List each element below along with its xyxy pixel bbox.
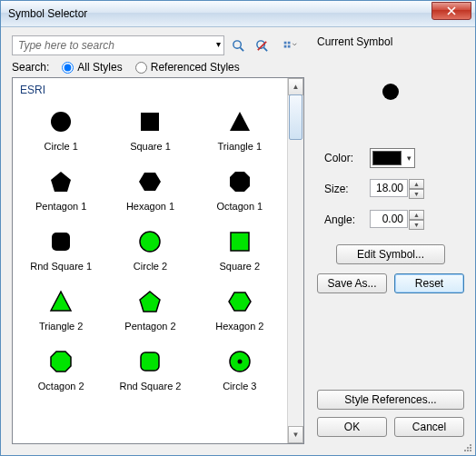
view-mode-button[interactable] <box>275 35 304 55</box>
save-as-button[interactable]: Save As... <box>317 273 387 293</box>
symbol-shape <box>132 286 168 317</box>
symbol-item[interactable]: Circle 2 <box>107 222 193 276</box>
svg-marker-11 <box>230 112 250 131</box>
svg-rect-30 <box>467 447 469 449</box>
symbol-item[interactable]: Circle 1 <box>18 102 104 156</box>
symbol-label: Circle 2 <box>134 261 167 272</box>
symbol-item[interactable]: Hexagon 2 <box>197 282 283 336</box>
symbol-list-frame: ESRI Circle 1Square 1Triangle 1Pentagon … <box>12 77 304 444</box>
search-scope-row: Search: All Styles Referenced Styles <box>12 61 304 74</box>
svg-rect-17 <box>231 233 249 251</box>
symbol-label: Rnd Square 1 <box>30 261 92 272</box>
svg-point-25 <box>382 84 399 100</box>
svg-rect-7 <box>287 41 290 44</box>
scroll-down-icon[interactable]: ▼ <box>288 426 303 443</box>
symbol-label: Octagon 2 <box>38 381 84 392</box>
left-panel: ▾ Search: All Styles Referenced Styles <box>12 35 304 444</box>
symbol-shape <box>222 106 258 137</box>
symbol-item[interactable]: Hexagon 1 <box>107 162 193 216</box>
symbol-shape <box>43 106 79 137</box>
close-button[interactable] <box>431 2 471 20</box>
radio-ref-input[interactable] <box>135 62 147 74</box>
symbol-item[interactable]: Triangle 1 <box>197 102 283 156</box>
symbol-item[interactable]: Pentagon 1 <box>18 162 104 216</box>
svg-rect-29 <box>464 450 466 451</box>
angle-input[interactable] <box>370 210 408 228</box>
ok-button[interactable]: OK <box>317 417 387 437</box>
search-dropdown-icon[interactable]: ▾ <box>216 39 221 49</box>
svg-point-0 <box>233 40 240 47</box>
size-down-icon[interactable]: ▼ <box>409 189 424 199</box>
symbol-label: Pentagon 2 <box>124 321 175 332</box>
size-up-icon[interactable]: ▲ <box>409 179 424 189</box>
angle-down-icon[interactable]: ▼ <box>409 220 424 230</box>
symbol-shape <box>43 286 79 317</box>
symbol-item[interactable]: Circle 3 <box>197 342 283 396</box>
right-panel: Current Symbol Color: ▾ Size: ▲▼ Angle: … <box>317 35 464 444</box>
search-icon[interactable] <box>228 35 248 55</box>
scroll-up-icon[interactable]: ▲ <box>288 78 303 95</box>
radio-referenced-styles[interactable]: Referenced Styles <box>135 61 240 74</box>
bottom-buttons: Style References... OK Cancel <box>317 390 464 444</box>
clear-search-icon[interactable] <box>252 35 272 55</box>
svg-rect-5 <box>283 41 286 44</box>
symbol-shape <box>43 166 79 197</box>
svg-line-3 <box>263 47 267 51</box>
svg-rect-26 <box>470 450 471 451</box>
svg-marker-14 <box>230 172 250 192</box>
svg-rect-31 <box>470 444 471 446</box>
search-input[interactable] <box>12 35 224 55</box>
color-label: Color: <box>324 152 370 164</box>
reset-button[interactable]: Reset <box>394 273 464 293</box>
symbol-item[interactable]: Triangle 2 <box>18 282 104 336</box>
symbol-label: Pentagon 1 <box>35 201 86 212</box>
symbol-item[interactable]: Octagon 1 <box>197 162 283 216</box>
size-input[interactable] <box>370 179 408 197</box>
symbol-shape <box>132 106 168 137</box>
color-picker[interactable]: ▾ <box>370 148 415 168</box>
edit-symbol-button[interactable]: Edit Symbol... <box>336 244 445 264</box>
radio-all-styles[interactable]: All Styles <box>62 61 122 74</box>
scrollbar[interactable]: ▲ ▼ <box>287 78 303 443</box>
size-label: Size: <box>324 183 370 195</box>
symbol-item[interactable]: Square 2 <box>197 222 283 276</box>
color-swatch <box>372 151 402 165</box>
svg-marker-21 <box>51 352 71 372</box>
svg-rect-15 <box>52 233 70 251</box>
radio-all-input[interactable] <box>62 62 74 74</box>
symbol-list[interactable]: ESRI Circle 1Square 1Triangle 1Pentagon … <box>13 78 288 443</box>
window-title: Symbol Selector <box>8 7 431 20</box>
svg-marker-12 <box>51 172 71 192</box>
chevron-down-icon: ▾ <box>407 154 412 163</box>
symbol-shape <box>43 226 79 257</box>
symbol-label: Hexagon 1 <box>126 201 174 212</box>
symbol-shape <box>132 346 168 377</box>
search-box: ▾ <box>12 35 224 55</box>
svg-marker-20 <box>229 292 251 311</box>
symbol-item[interactable]: Pentagon 2 <box>107 282 193 336</box>
size-spinner: ▲▼ <box>370 179 464 199</box>
scroll-thumb[interactable] <box>289 94 302 140</box>
symbol-item[interactable]: Rnd Square 1 <box>18 222 104 276</box>
symbol-label: Square 1 <box>130 141 171 152</box>
svg-rect-6 <box>283 45 286 47</box>
symbol-label: Circle 1 <box>45 141 78 152</box>
symbol-item[interactable]: Octagon 2 <box>18 342 104 396</box>
symbol-item[interactable]: Rnd Square 2 <box>107 342 193 396</box>
cancel-button[interactable]: Cancel <box>394 417 464 437</box>
preview-shape <box>382 83 400 101</box>
symbol-item[interactable]: Square 1 <box>107 102 193 156</box>
style-references-button[interactable]: Style References... <box>317 390 464 410</box>
current-symbol-preview <box>382 55 400 128</box>
resize-grip-icon[interactable] <box>462 442 473 453</box>
symbol-shape <box>132 226 168 257</box>
title-bar: Symbol Selector <box>1 1 475 27</box>
symbol-label: Hexagon 2 <box>215 321 263 332</box>
symbol-label: Circle 3 <box>223 381 256 392</box>
svg-point-16 <box>140 232 160 252</box>
symbol-shape <box>132 166 168 197</box>
symbol-shape <box>222 166 258 197</box>
angle-up-icon[interactable]: ▲ <box>409 210 424 220</box>
svg-marker-18 <box>51 292 71 311</box>
symbol-shape <box>222 346 258 377</box>
